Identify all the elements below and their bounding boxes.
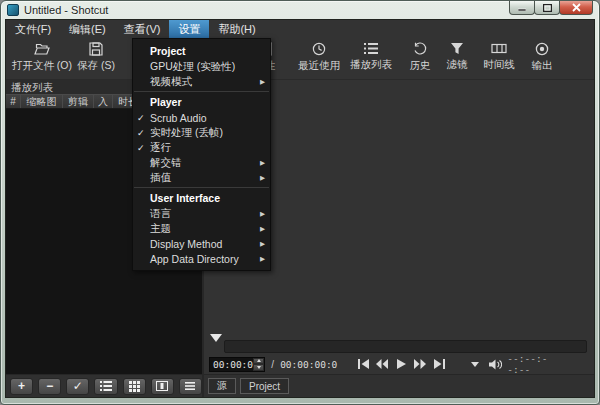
- submenu-arrow-icon: ▶: [257, 240, 265, 248]
- player-options-button[interactable]: [467, 357, 483, 372]
- shotcut-window: Untitled - Shotcut 文件(F) 编辑(E) 查看(V) 设置 …: [0, 0, 600, 405]
- history-icon: [413, 42, 427, 56]
- submenu-arrow-icon: ▶: [257, 174, 265, 182]
- toolbar-export[interactable]: 输出: [520, 41, 564, 77]
- menu-item-gpu-processing[interactable]: GPU处理 (实验性): [133, 59, 270, 74]
- toolbar-timeline[interactable]: 时间线: [473, 41, 525, 77]
- menu-help[interactable]: 帮助(H): [209, 20, 264, 38]
- column-in[interactable]: 入: [94, 95, 113, 108]
- view-details-button[interactable]: [94, 378, 117, 395]
- main-area: 播放列表 # 缩略图 剪辑 入 时长 开始 + − ✓: [6, 80, 594, 397]
- maximize-button[interactable]: [534, 1, 560, 15]
- menu-bar: 文件(F) 编辑(E) 查看(V) 设置 帮助(H): [6, 20, 594, 38]
- remove-button[interactable]: −: [38, 378, 61, 395]
- toolbar: 打开文件 (O) 保存 (S) 属性 最近使用 播放列表 历史: [6, 38, 594, 80]
- toolbar-recent[interactable]: 最近使用: [291, 41, 347, 77]
- app-icon: [7, 4, 19, 16]
- playhead-icon[interactable]: [210, 334, 222, 342]
- column-thumbnail[interactable]: 缩略图: [21, 95, 63, 108]
- close-button[interactable]: [559, 1, 593, 15]
- menu-item-language[interactable]: 语言 ▶: [133, 206, 270, 221]
- menu-edit[interactable]: 编辑(E): [60, 20, 115, 38]
- menu-header-user-interface: User Interface: [133, 190, 270, 206]
- menu-file[interactable]: 文件(F): [6, 20, 60, 38]
- remaining-time-value: --:--:--:--: [507, 353, 564, 375]
- toolbar-playlist[interactable]: 播放列表: [343, 41, 399, 77]
- toolbar-open-file[interactable]: 打开文件 (O): [11, 41, 73, 77]
- view-icons-button[interactable]: [151, 378, 174, 395]
- total-time-value: 00:00:00:0: [280, 359, 337, 370]
- transport-buttons: [355, 357, 447, 372]
- menu-item-scrub-audio[interactable]: ✓ Scrub Audio: [133, 110, 270, 125]
- submenu-arrow-icon: ▶: [257, 159, 265, 167]
- update-button[interactable]: ✓: [66, 378, 89, 395]
- menu-item-deinterlacer[interactable]: 解交错 ▶: [133, 155, 270, 170]
- submenu-arrow-icon: ▶: [257, 225, 265, 233]
- open-file-icon: [34, 42, 50, 56]
- check-icon: ✓: [137, 128, 150, 138]
- view-tiles-button[interactable]: [123, 378, 146, 395]
- play-button[interactable]: [393, 357, 409, 372]
- rewind-icon: [376, 359, 388, 369]
- menu-item-interpolation[interactable]: 插值 ▶: [133, 170, 270, 185]
- menu-item-theme[interactable]: 主题 ▶: [133, 221, 270, 236]
- tab-project[interactable]: Project: [240, 378, 289, 394]
- toolbar-save[interactable]: 保存 (S): [71, 41, 121, 77]
- time-separator: /: [269, 359, 276, 370]
- skip-to-end-icon: [434, 359, 445, 369]
- window-title: Untitled - Shotcut: [24, 4, 108, 16]
- playlist-menu-button[interactable]: [179, 378, 202, 395]
- rewind-button[interactable]: [374, 357, 390, 372]
- submenu-arrow-icon: ▶: [257, 78, 265, 86]
- menu-item-display-method[interactable]: Display Method ▶: [133, 236, 270, 251]
- minimize-button[interactable]: [509, 1, 535, 15]
- append-button[interactable]: +: [10, 378, 33, 395]
- skip-to-end-button[interactable]: [431, 357, 447, 372]
- hamburger-menu-icon: [185, 382, 195, 390]
- menu-item-video-mode[interactable]: 视频模式 ▶: [133, 74, 270, 89]
- play-icon: [397, 359, 406, 369]
- view-icons-icon: [156, 381, 168, 391]
- fast-forward-icon: [414, 359, 426, 369]
- seek-bar[interactable]: [224, 340, 587, 353]
- fast-forward-button[interactable]: [412, 357, 428, 372]
- menu-item-realtime[interactable]: ✓ 实时处理 (丢帧): [133, 125, 270, 140]
- volume-button[interactable]: [487, 357, 503, 372]
- filter-icon: [450, 42, 464, 55]
- speaker-icon: [489, 359, 502, 370]
- timeline-icon: [491, 42, 507, 55]
- menu-header-player: Player: [133, 94, 270, 110]
- view-tiles-icon: [129, 381, 140, 392]
- menu-settings[interactable]: 设置: [169, 20, 209, 38]
- menu-view[interactable]: 查看(V): [115, 20, 170, 38]
- export-icon: [535, 42, 549, 56]
- save-icon: [89, 42, 103, 56]
- transport-controls: 00:00:00:00 / 00:00:00:0: [204, 354, 594, 374]
- menu-separator: [134, 187, 269, 188]
- maximize-icon: [543, 4, 552, 12]
- chevron-down-icon: [471, 362, 479, 367]
- player-tab-bar: 源 Project: [204, 374, 594, 397]
- menu-item-app-data-directory[interactable]: App Data Directory ▶: [133, 251, 270, 266]
- column-index[interactable]: #: [6, 95, 21, 108]
- submenu-arrow-icon: ▶: [257, 210, 265, 218]
- check-icon: ✓: [137, 143, 150, 153]
- column-clip[interactable]: 剪辑: [63, 95, 94, 108]
- clock-icon: [312, 42, 326, 56]
- skip-to-start-button[interactable]: [355, 357, 371, 372]
- spinner-down-icon[interactable]: [253, 364, 264, 371]
- submenu-arrow-icon: ▶: [257, 255, 265, 263]
- window-controls: [510, 1, 593, 15]
- minimize-icon: [518, 4, 526, 11]
- close-icon: [572, 3, 581, 12]
- tab-source[interactable]: 源: [208, 378, 236, 394]
- check-icon: ✓: [137, 113, 150, 123]
- skip-to-start-icon: [358, 359, 369, 369]
- menu-item-progressive[interactable]: ✓ 逐行: [133, 140, 270, 155]
- volume-group: [467, 357, 503, 372]
- content-area: 文件(F) 编辑(E) 查看(V) 设置 帮助(H) 打开文件 (O) 保存 (…: [5, 19, 595, 398]
- view-details-icon: [100, 381, 112, 391]
- playlist-icon: [364, 42, 378, 55]
- current-time-field[interactable]: 00:00:00:00: [209, 357, 265, 372]
- menu-header-project: Project: [133, 43, 270, 59]
